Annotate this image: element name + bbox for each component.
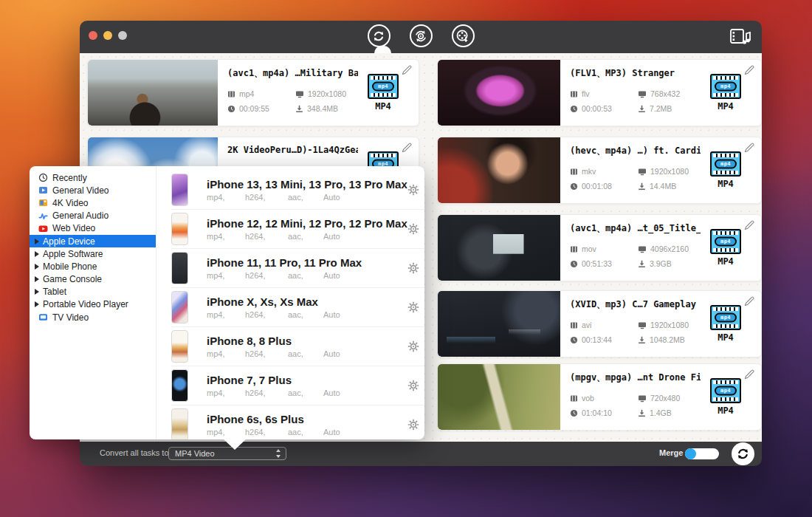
file-card[interactable]: (FLV1、MP3) Stranger flv 768x432 00:00:53… xyxy=(437,59,762,126)
preset-iphone-7[interactable]: iPhone 7, 7 Plus mp4,h264,aac,Auto xyxy=(171,366,424,405)
output-format[interactable]: mp4 MP4 xyxy=(701,60,751,126)
category-web-video[interactable]: Web Video xyxy=(30,222,156,235)
gear-icon[interactable] xyxy=(407,380,419,391)
disclosure-triangle xyxy=(35,301,39,307)
download-size-icon xyxy=(295,105,303,113)
output-format[interactable]: mp4 MP4 xyxy=(701,215,751,281)
output-label: MP4 xyxy=(718,332,734,343)
video-thumbnail xyxy=(438,291,560,357)
clock-icon xyxy=(570,182,578,191)
preset-name: iPhone 8, 8 Plus xyxy=(207,335,407,347)
file-title: (mpgv、mpga) …nt Drone Film xyxy=(570,372,701,384)
category-tv-video[interactable]: TV Video xyxy=(30,311,156,323)
iphone-thumbnail xyxy=(171,330,188,363)
preset-specs: mp4,h264,aac,Auto xyxy=(207,428,407,436)
active-tab-indicator xyxy=(374,46,391,53)
category-apple-device[interactable]: Apple Device xyxy=(30,235,156,247)
category-recently[interactable]: Recently xyxy=(30,171,156,184)
output-label: MP4 xyxy=(718,179,734,189)
clock-icon xyxy=(227,105,235,113)
category-game-console[interactable]: Game Console xyxy=(30,273,156,286)
youtube-icon xyxy=(38,224,48,233)
mp4-badge-icon: mp4 xyxy=(368,74,399,99)
preset-iphone-8[interactable]: iPhone 8, 8 Plus mp4,h264,aac,Auto xyxy=(171,327,424,366)
file-meta: vob 720x480 01:04:10 1.4GB xyxy=(570,394,701,417)
category-tablet[interactable]: Tablet xyxy=(30,286,156,298)
output-format[interactable]: mp4 MP4 xyxy=(358,60,408,126)
output-label: MP4 xyxy=(718,256,734,267)
toggle-knob xyxy=(685,448,696,459)
file-card[interactable]: (avc1、mp4a) …Military Base mp4 1920x1080… xyxy=(87,59,419,126)
monitor-icon xyxy=(295,90,304,98)
gear-icon[interactable] xyxy=(407,301,419,313)
output-format[interactable]: mp4 MP4 xyxy=(701,137,751,203)
category-portable-video-player[interactable]: Portable Video Player xyxy=(30,298,156,311)
clock-icon xyxy=(570,409,578,417)
profile-category-sidebar: Recently General Video 4K Video General … xyxy=(30,166,156,439)
edit-icon[interactable] xyxy=(744,296,754,307)
output-format[interactable]: mp4 MP4 xyxy=(701,291,751,357)
edit-icon[interactable] xyxy=(744,369,754,380)
iphone-thumbnail xyxy=(171,252,188,284)
toolbar-tabs xyxy=(80,24,762,47)
run-convert-icon xyxy=(734,445,751,462)
file-format-icon xyxy=(570,168,578,176)
edit-icon[interactable] xyxy=(744,220,754,230)
tab-downloader[interactable] xyxy=(452,24,475,47)
edit-icon[interactable] xyxy=(744,65,754,75)
download-size-icon xyxy=(638,182,646,191)
category-general-video[interactable]: General Video xyxy=(30,184,156,196)
edit-icon[interactable] xyxy=(402,65,412,75)
preset-specs: mp4,h264,aac,Auto xyxy=(207,310,407,319)
download-size-icon xyxy=(638,105,646,113)
file-card[interactable]: (avc1、mp4a) …t_05_Title_02 mov 4096x2160… xyxy=(437,214,762,281)
mp4-badge-icon: mp4 xyxy=(710,229,741,254)
preset-iphone-11[interactable]: iPhone 11, 11 Pro, 11 Pro Max mp4,h264,a… xyxy=(171,249,424,288)
preset-name: iPhone 7, 7 Plus xyxy=(207,374,407,386)
clock-icon xyxy=(570,260,578,268)
preset-iphone-13[interactable]: iPhone 13, 13 Mini, 13 Pro, 13 Pro Max m… xyxy=(171,171,424,210)
file-duration: 00:51:33 xyxy=(570,259,638,268)
format-select-value: MP4 Video xyxy=(175,449,215,458)
file-format-icon xyxy=(570,245,578,253)
gear-icon[interactable] xyxy=(407,262,419,274)
file-format: avi xyxy=(570,321,638,329)
gear-icon[interactable] xyxy=(407,184,419,196)
gear-icon[interactable] xyxy=(407,340,419,352)
output-format[interactable]: mp4 MP4 xyxy=(701,364,751,430)
preset-iphone-6s[interactable]: iPhone 6s, 6s Plus mp4,h264,aac,Auto xyxy=(171,405,424,439)
general-video-icon xyxy=(38,185,48,195)
file-size: 7.2MB xyxy=(638,104,701,113)
edit-icon[interactable] xyxy=(744,143,754,153)
file-card[interactable]: (mpgv、mpga) …nt Drone Film vob 720x480 0… xyxy=(437,363,762,431)
media-list-icon[interactable] xyxy=(729,27,751,47)
monitor-icon xyxy=(638,168,647,176)
category-general-audio[interactable]: General Audio xyxy=(30,210,156,222)
clock-icon xyxy=(570,336,578,344)
output-label: MP4 xyxy=(375,101,391,112)
clock-icon xyxy=(38,173,48,182)
file-card[interactable]: (hevc、mp4a) …) ft. Cardi B mkv 1920x1080… xyxy=(437,137,762,204)
merge-toggle[interactable] xyxy=(685,448,719,459)
file-size: 1048.2MB xyxy=(638,335,701,344)
tab-video-convert[interactable] xyxy=(368,24,390,47)
disclosure-triangle xyxy=(35,251,39,257)
preset-list: iPhone 13, 13 Mini, 13 Pro, 13 Pro Max m… xyxy=(156,166,424,439)
preset-iphone-12[interactable]: iPhone 12, 12 Mini, 12 Pro, 12 Pro Max m… xyxy=(171,210,424,249)
file-size: 1.4GB xyxy=(638,408,701,417)
file-title: (avc1、mp4a) …Military Base xyxy=(227,67,358,80)
gear-icon[interactable] xyxy=(407,223,419,235)
file-format: mov xyxy=(570,244,638,253)
iphone-thumbnail xyxy=(171,213,188,245)
mp4-badge-icon: mp4 xyxy=(710,151,741,177)
gear-icon[interactable] xyxy=(407,419,419,431)
category-apple-software[interactable]: Apple Software xyxy=(30,247,156,260)
preset-iphone-x[interactable]: iPhone X, Xs, Xs Max mp4,h264,aac,Auto xyxy=(171,288,424,327)
file-card[interactable]: (XVID、mp3) C…7 Gameplay 4K avi 1920x1080… xyxy=(437,290,762,357)
file-resolution: 768x432 xyxy=(638,89,701,98)
category-4k-video[interactable]: 4K Video xyxy=(30,196,156,209)
run-convert-button[interactable] xyxy=(732,442,754,465)
tab-dvd[interactable] xyxy=(410,24,433,47)
category-mobile-phone[interactable]: Mobile Phone xyxy=(30,260,156,273)
edit-icon[interactable] xyxy=(402,143,412,153)
